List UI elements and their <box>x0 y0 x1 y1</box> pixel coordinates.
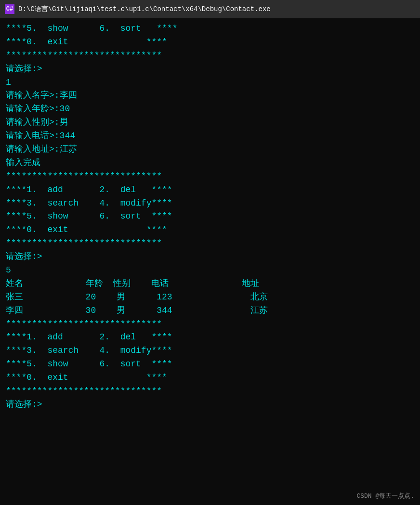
terminal-line: 张三 20 男 123 北京 <box>6 291 414 304</box>
terminal-line: ****************************** <box>6 385 414 398</box>
terminal-line: 5 <box>6 264 414 277</box>
terminal-line: 输入完成 <box>6 156 414 170</box>
terminal-line: ****1. add 2. del **** <box>6 331 414 344</box>
terminal-line: ****0. exit **** <box>6 36 414 49</box>
terminal-line: ****0. exit **** <box>6 223 414 237</box>
terminal-line: 1 <box>6 76 414 90</box>
terminal-window[interactable]: ****5. show 6. sort ********0. exit ****… <box>0 18 420 505</box>
title-bar-path: D:\C语言\Git\lijiaqi\test.c\up1.c\Contact\… <box>18 5 271 13</box>
terminal-line: ****5. show 6. sort **** <box>6 210 414 223</box>
terminal-line: 请输入电话>:344 <box>6 129 414 143</box>
terminal-line: ****5. show 6. sort **** <box>6 22 414 36</box>
terminal-line: ****3. search 4. modify**** <box>6 344 414 358</box>
app-icon: C# <box>5 4 14 14</box>
title-bar: C# D:\C语言\Git\lijiaqi\test.c\up1.c\Conta… <box>0 0 420 18</box>
terminal-line: 请输入地址>:江苏 <box>6 143 414 156</box>
terminal-line: ****************************** <box>6 170 414 183</box>
terminal-line: 请输入性别>:男 <box>6 116 414 129</box>
terminal-line: 请选择:> <box>6 63 414 76</box>
terminal-line: ****5. show 6. sort **** <box>6 358 414 371</box>
terminal-line: ****3. search 4. modify**** <box>6 197 414 210</box>
terminal-line: 请选择:> <box>6 250 414 264</box>
terminal-line: 姓名 年龄 性别 电话 地址 <box>6 277 414 291</box>
terminal-line: 请选择:> <box>6 398 414 412</box>
terminal-line: 请输入名字>:李四 <box>6 89 414 103</box>
terminal-line: ****************************** <box>6 49 414 63</box>
watermark: CSDN @每天一点点. <box>356 492 414 500</box>
terminal-line: 请输入年龄>:30 <box>6 103 414 116</box>
terminal-line: ****************************** <box>6 237 414 250</box>
terminal-line: ****************************** <box>6 318 414 331</box>
terminal-line: ****1. add 2. del **** <box>6 183 414 197</box>
terminal-line: 李四 30 男 344 江苏 <box>6 304 414 318</box>
terminal-line: ****0. exit **** <box>6 371 414 385</box>
